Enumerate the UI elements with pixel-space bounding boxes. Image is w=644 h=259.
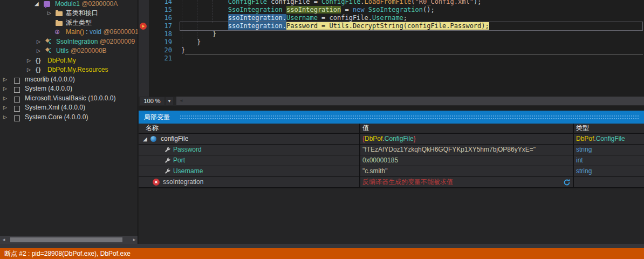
tree-horizontal-scrollbar[interactable] bbox=[0, 236, 138, 244]
locals-panel-titlebar[interactable]: 局部变量 bbox=[139, 111, 644, 124]
column-header-type[interactable]: 类型 bbox=[576, 124, 589, 133]
tree-item-base-types[interactable]: 基类和接口 bbox=[0, 8, 138, 18]
column-header-name[interactable]: 名称 bbox=[146, 124, 159, 133]
tree-item-namespace-dbpof-my-resources[interactable]: DbPof.My.Resources bbox=[0, 65, 138, 74]
assembly-icon bbox=[14, 97, 20, 103]
current-statement-highlight: ssoIntegration.Password = Utils.DecryptS… bbox=[228, 22, 489, 30]
folder-icon bbox=[56, 21, 63, 26]
expander-collapsed-icon[interactable] bbox=[37, 37, 43, 46]
expander-collapsed-icon[interactable] bbox=[3, 74, 10, 84]
tree-item-assembly-microsoft-visualbasic[interactable]: Microsoft.VisualBasic (10.0.0.0) bbox=[0, 93, 138, 103]
tree-item-assembly-system[interactable]: System (4.0.0.0) bbox=[0, 84, 138, 93]
scroll-left-arrow-icon[interactable] bbox=[0, 236, 8, 244]
locals-row-ssointegration[interactable]: ssoIntegration 反编译器生成的变量不能被求值 bbox=[139, 177, 644, 187]
column-divider[interactable] bbox=[573, 124, 574, 188]
assembly-explorer-tree[interactable]: Module1 @0200000A 基类和接口 派生类型 Main() : vo… bbox=[0, 0, 138, 244]
breakpoint-margin[interactable] bbox=[139, 0, 149, 97]
assembly-icon bbox=[14, 115, 20, 121]
locals-row-password[interactable]: Password "fTEzAfYDoz1YzkqhQkH6GQFYKp1XY5… bbox=[139, 145, 644, 155]
dnspy-debugger-window: Module1 @0200000A 基类和接口 派生类型 Main() : vo… bbox=[0, 0, 644, 259]
code-line-16: ssoIntegration.Username = configFile.Use… bbox=[181, 14, 407, 22]
line-number: 20 bbox=[149, 46, 172, 54]
tree-item-module1[interactable]: Module1 @0200000A bbox=[0, 0, 138, 9]
assembly-icon bbox=[14, 106, 20, 112]
expander-collapsed-icon[interactable] bbox=[3, 84, 10, 93]
editor-zoom-level[interactable]: 100 % bbox=[140, 97, 165, 105]
titlebar-grip-dots bbox=[180, 114, 640, 120]
method-icon bbox=[54, 27, 61, 37]
folder-icon bbox=[56, 11, 63, 16]
assembly-icon bbox=[14, 78, 20, 84]
expander-collapsed-icon[interactable] bbox=[27, 65, 33, 74]
tree-item-ssointegration-class[interactable]: SsoIntegration @02000009 bbox=[0, 37, 138, 46]
line-number: 14 bbox=[149, 0, 172, 6]
locals-row-port[interactable]: Port 0x00000185 int bbox=[139, 155, 644, 166]
line-number: 16 bbox=[149, 14, 172, 22]
status-text: 断点 #2 : pid=28908(DbPof.exe), DbPof.exe bbox=[4, 248, 131, 259]
expander-collapsed-icon[interactable] bbox=[3, 103, 10, 112]
error-icon bbox=[153, 179, 160, 186]
breakpoint-current-statement-icon[interactable] bbox=[140, 23, 147, 30]
line-number: 17 bbox=[149, 22, 172, 30]
expander-collapsed-icon[interactable] bbox=[47, 8, 54, 18]
tree-item-assembly-system-core[interactable]: System.Core (4.0.0.0) bbox=[0, 112, 138, 122]
tree-item-derived-types[interactable]: 派生类型 bbox=[0, 18, 138, 28]
line-number: 18 bbox=[149, 30, 172, 38]
tree-item-assembly-mscorlib[interactable]: mscorlib (4.0.0.0) bbox=[0, 74, 138, 84]
locals-row-username[interactable]: Username "c.smith" string bbox=[139, 166, 644, 176]
expander-collapsed-icon[interactable] bbox=[3, 112, 10, 122]
definition-highlight: ssoIntegration bbox=[286, 6, 341, 13]
code-line-17-current-statement: ssoIntegration.Password = Utils.DecryptS… bbox=[181, 22, 489, 30]
namespace-braces-icon bbox=[36, 56, 44, 65]
class-icon bbox=[45, 47, 52, 56]
refresh-value-button[interactable] bbox=[563, 179, 571, 186]
expander-collapsed-icon[interactable] bbox=[3, 93, 10, 103]
reference-highlight: ssoIntegration. bbox=[228, 22, 286, 30]
locals-variables-panel[interactable]: 名称 值 类型 configFile {DbPof.ConfigFile} Db… bbox=[139, 124, 644, 244]
assembly-icon bbox=[14, 87, 20, 93]
code-line-20: } bbox=[181, 46, 185, 54]
variable-icon bbox=[150, 136, 156, 142]
line-number: 15 bbox=[149, 6, 172, 14]
property-wrench-icon bbox=[164, 146, 171, 153]
tree-item-namespace-dbpof-my[interactable]: DbPof.My bbox=[0, 56, 138, 65]
locals-row-configfile[interactable]: configFile {DbPof.ConfigFile} DbPof.Conf… bbox=[139, 134, 644, 144]
column-header-value[interactable]: 值 bbox=[362, 124, 369, 133]
reference-highlight: ssoIntegration. bbox=[228, 14, 286, 22]
bottom-resize-strip bbox=[0, 244, 644, 248]
editor-horizontal-scrollbar[interactable] bbox=[176, 97, 644, 105]
expander-collapsed-icon[interactable] bbox=[37, 46, 43, 56]
line-number: 19 bbox=[149, 38, 172, 46]
zoom-dropdown-button[interactable] bbox=[166, 97, 173, 105]
code-line-18: } bbox=[181, 30, 216, 38]
tree-item-utils-class[interactable]: Utils @0200000B bbox=[0, 46, 138, 56]
locals-header-row[interactable]: 名称 值 类型 bbox=[139, 124, 644, 133]
namespace-braces-icon bbox=[36, 65, 44, 74]
column-divider[interactable] bbox=[359, 124, 360, 188]
editor-bottom-bar: 100 % bbox=[139, 97, 644, 106]
debug-status-bar: 断点 #2 : pid=28908(DbPof.exe), DbPof.exe bbox=[0, 248, 644, 259]
tree-item-main-method[interactable]: Main() : void @06000001 bbox=[0, 27, 138, 37]
module-icon bbox=[44, 1, 50, 7]
code-line-14: ConfigFile configFile = ConfigFile.LoadF… bbox=[181, 0, 481, 6]
tree-item-assembly-system-xml[interactable]: System.Xml (4.0.0.0) bbox=[0, 103, 138, 112]
scrollbar-thumb[interactable] bbox=[10, 237, 122, 242]
expander-expanded-icon[interactable] bbox=[143, 134, 149, 144]
line-number: 21 bbox=[149, 54, 172, 63]
expander-expanded-icon[interactable] bbox=[35, 0, 41, 9]
end-of-document-separator bbox=[185, 54, 643, 54]
code-line-15: SsoIntegration ssoIntegration = new SsoI… bbox=[181, 6, 435, 14]
expander-collapsed-icon[interactable] bbox=[27, 56, 33, 65]
class-icon bbox=[45, 38, 52, 46]
code-line-19: } bbox=[181, 38, 201, 46]
property-wrench-icon bbox=[164, 168, 171, 175]
scroll-right-arrow-icon[interactable] bbox=[131, 236, 138, 244]
code-editor[interactable]: 14 15 16 17 18 19 20 21 ConfigFile confi… bbox=[139, 0, 644, 106]
locals-panel-title: 局部变量 bbox=[144, 111, 170, 124]
property-wrench-icon bbox=[164, 157, 171, 164]
